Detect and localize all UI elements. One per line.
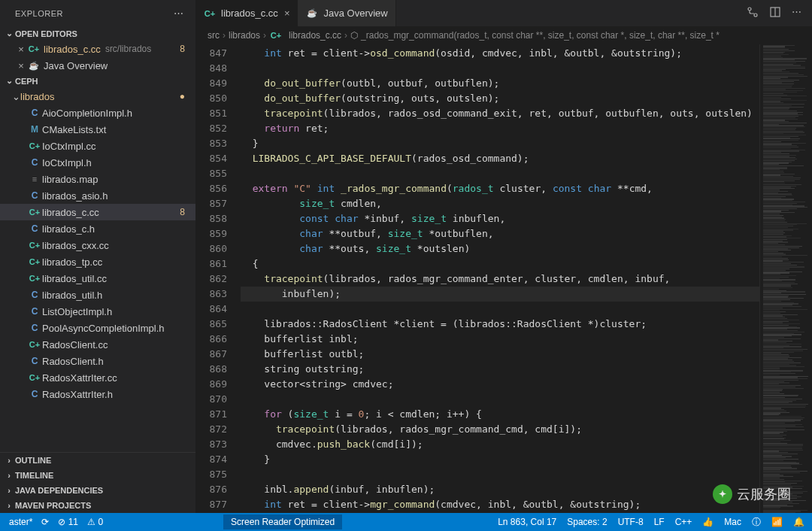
info-icon[interactable]: ⓘ [752, 516, 761, 529]
chevron-right-icon: › [3, 456, 15, 465]
file-icon: C [27, 108, 42, 118]
tab-label: Java Overview [323, 8, 387, 19]
cursor-position[interactable]: Ln 863, Col 17 [498, 517, 556, 527]
open-editor-item[interactable]: ×C+librados_c.ccsrc/librados8 [0, 41, 195, 57]
tab-label: librados_c.cc [221, 8, 278, 19]
line-gutter: 8478488498508518528538548558568578588598… [195, 44, 241, 513]
file-item[interactable]: CRadosClient.h [0, 353, 195, 369]
file-item[interactable]: Clibrados_asio.h [0, 187, 195, 204]
git-branch[interactable]: aster* [6, 517, 32, 527]
file-item[interactable]: CListObjectImpl.h [0, 303, 195, 320]
errors-count[interactable]: ⊘ 11 [58, 517, 78, 527]
indentation[interactable]: Spaces: 2 [567, 517, 607, 527]
close-icon[interactable]: × [284, 8, 290, 19]
file-item[interactable]: C+librados_c.cc8 [0, 204, 195, 220]
bell-icon[interactable]: 🔔 [793, 517, 804, 527]
folder-librados[interactable]: ⌄ librados ● [0, 88, 195, 105]
file-name: librados_util.cc [42, 273, 107, 284]
file-item[interactable]: C+librados_tp.cc [0, 253, 195, 270]
chevron-right-icon: › [3, 501, 15, 510]
sync-button[interactable]: ⟳ [41, 517, 49, 527]
breadcrumb[interactable]: src› librados› C+ librados_c.cc› ⬡ _rado… [195, 26, 812, 44]
chevron-down-icon: ⌄ [3, 29, 15, 38]
file-item[interactable]: C+librados_util.cc [0, 270, 195, 287]
sidebar-more-icon[interactable]: ⋯ [174, 8, 183, 19]
section-timeline[interactable]: ›TIMELINE [0, 468, 195, 483]
svg-point-0 [748, 8, 751, 11]
encoding[interactable]: UTF-8 [618, 517, 644, 527]
file-name: librados_c.h [42, 223, 95, 235]
language-mode[interactable]: C++ [675, 517, 692, 527]
file-icon: C+ [27, 208, 42, 217]
file-name: librados_cxx.cc [42, 240, 109, 251]
editor-tab[interactable]: C+librados_c.cc× [195, 0, 298, 26]
file-icon: ≡ [27, 174, 42, 184]
file-item[interactable]: CRadosXattrIter.h [0, 386, 195, 402]
file-icon: C+ [27, 373, 42, 382]
minimap[interactable] [759, 44, 812, 513]
cpp-file-icon: C+ [269, 31, 283, 40]
file-name: librados_tp.cc [42, 256, 102, 268]
editor-tab[interactable]: ☕Java Overview [298, 0, 395, 26]
file-icon: C+ [27, 241, 42, 250]
editor-more-icon[interactable]: ⋯ [792, 6, 801, 20]
file-item[interactable]: CAioCompletionImpl.h [0, 105, 195, 121]
file-icon: C+ [27, 141, 42, 150]
file-icon: C [27, 190, 42, 201]
file-icon: C [27, 306, 42, 317]
warnings-count[interactable]: ⚠ 0 [87, 517, 103, 527]
file-item[interactable]: C+IoCtxImpl.cc [0, 138, 195, 154]
folder-badge: ● [180, 91, 185, 102]
file-icon: C+ [27, 274, 42, 283]
close-icon[interactable]: × [15, 44, 27, 55]
file-item[interactable]: Clibrados_util.h [0, 287, 195, 303]
screen-reader-status[interactable]: Screen Reader Optimized [223, 514, 342, 529]
file-label: Java Overview [44, 60, 108, 71]
file-item[interactable]: MCMakeLists.txt [0, 121, 195, 138]
java-icon: ☕ [27, 61, 41, 71]
chevron-down-icon: ⌄ [3, 76, 15, 86]
file-name: PoolAsyncCompletionImpl.h [42, 323, 165, 334]
file-name: IoCtxImpl.cc [42, 141, 96, 152]
chevron-down-icon: ⌄ [12, 91, 20, 102]
file-name: RadosClient.h [42, 356, 104, 367]
file-icon: C [27, 157, 42, 168]
file-name: CMakeLists.txt [42, 124, 106, 135]
file-icon: C+ [27, 340, 42, 349]
file-item[interactable]: CPoolAsyncCompletionImpl.h [0, 320, 195, 336]
file-item[interactable]: CIoCtxImpl.h [0, 154, 195, 171]
file-item[interactable]: ≡librados.map [0, 171, 195, 187]
feedback-icon[interactable]: 👍 [702, 517, 714, 527]
compare-changes-icon[interactable] [747, 6, 759, 20]
section-outline[interactable]: ›OUTLINE [0, 453, 195, 468]
file-item[interactable]: Clibrados_c.h [0, 220, 195, 237]
file-name: librados.map [42, 174, 98, 185]
code-content[interactable]: int ret = client->osd_command(osdid, cmd… [241, 44, 759, 513]
broadcast-icon[interactable]: 📶 [771, 517, 783, 527]
file-path: src/librados [105, 44, 151, 54]
file-item[interactable]: C+librados_cxx.cc [0, 237, 195, 253]
eol[interactable]: LF [654, 517, 665, 527]
file-name: ListObjectImpl.h [42, 306, 112, 317]
open-editor-item[interactable]: ×☕Java Overview [0, 57, 195, 74]
file-name: RadosClient.cc [42, 339, 108, 350]
section-maven[interactable]: ›MAVEN PROJECTS [0, 498, 195, 513]
file-icon: C [27, 223, 42, 234]
file-name: IoCtxImpl.h [42, 157, 92, 168]
cpp-file-icon: C+ [27, 44, 41, 53]
function-icon: ⬡ [350, 30, 358, 41]
code-editor[interactable]: 8478488498508518528538548558568578588598… [195, 44, 812, 513]
file-item[interactable]: C+RadosClient.cc [0, 336, 195, 353]
section-java-deps[interactable]: ›JAVA DEPENDENCIES [0, 483, 195, 498]
section-project[interactable]: ⌄ CEPH [0, 74, 195, 88]
close-icon[interactable]: × [15, 60, 27, 71]
file-item[interactable]: C+RadosXattrIter.cc [0, 369, 195, 386]
split-editor-icon[interactable] [769, 6, 781, 20]
os-indicator[interactable]: Mac [724, 517, 741, 527]
sidebar-title: EXPLORER [15, 9, 63, 18]
file-name: RadosXattrIter.h [42, 389, 113, 400]
java-icon: ☕ [305, 8, 319, 18]
file-name: librados_asio.h [42, 190, 108, 202]
badge: 8 [180, 44, 185, 54]
section-open-editors[interactable]: ⌄ OPEN EDITORS [0, 26, 195, 41]
